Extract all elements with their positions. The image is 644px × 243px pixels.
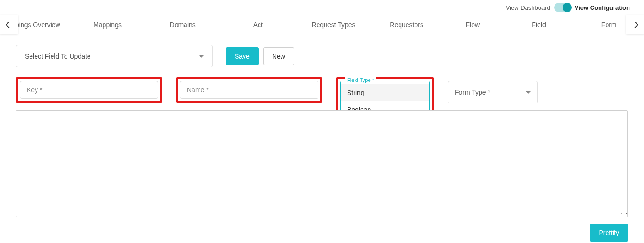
tab-label: Request Types xyxy=(311,21,355,29)
tab-label: pings Overview xyxy=(15,21,60,29)
tabs-scroll-right[interactable] xyxy=(626,15,644,34)
form-type-label: Form Type * xyxy=(455,88,490,96)
tab-label: Field xyxy=(532,21,546,29)
field-type-option-string[interactable]: String xyxy=(341,84,429,101)
key-field-highlight: Key * xyxy=(16,77,162,103)
tabs-scroll-left[interactable] xyxy=(0,15,18,34)
tab-request-types[interactable]: Request Types xyxy=(296,15,372,34)
save-button[interactable]: Save xyxy=(226,47,259,65)
tabs-list: pings Overview Mappings Domains Act Requ… xyxy=(0,15,644,34)
new-button-label: New xyxy=(272,52,285,60)
caret-down-icon xyxy=(526,91,531,94)
tab-label: Domains xyxy=(170,21,196,29)
select-field-label: Select Field To Update xyxy=(25,52,91,60)
new-button[interactable]: New xyxy=(263,47,294,65)
save-button-label: Save xyxy=(235,52,250,60)
code-textarea[interactable] xyxy=(16,110,628,217)
controls-row: Select Field To Update Save New xyxy=(16,45,294,67)
tab-requestors[interactable]: Requestors xyxy=(371,15,442,34)
chevron-right-icon xyxy=(632,21,638,28)
tab-act[interactable]: Act xyxy=(221,15,296,34)
prettify-button-label: Prettify xyxy=(599,229,619,236)
tab-label: Act xyxy=(253,21,263,29)
view-configuration-label: View Configuration xyxy=(575,4,630,11)
name-field-highlight: Name * xyxy=(176,77,322,103)
field-type-label: Field Type * xyxy=(345,77,376,83)
tab-label: Requestors xyxy=(390,21,423,29)
view-toggle[interactable] xyxy=(554,3,571,12)
chevron-left-icon xyxy=(6,21,12,28)
form-type-dropdown[interactable]: Form Type * xyxy=(448,81,538,103)
tab-label: Form xyxy=(601,21,617,29)
view-dashboard-label: View Dashboard xyxy=(506,4,550,11)
select-field-dropdown[interactable]: Select Field To Update xyxy=(16,45,213,67)
tabs-bar: pings Overview Mappings Domains Act Requ… xyxy=(0,15,644,34)
tab-field[interactable]: Field xyxy=(504,15,574,34)
prettify-wrap: Prettify xyxy=(590,224,628,242)
name-placeholder: Name * xyxy=(187,86,209,94)
key-input[interactable]: Key * xyxy=(20,81,158,99)
resize-grip-icon[interactable] xyxy=(621,210,626,216)
tab-label: Mappings xyxy=(93,21,122,29)
toggle-knob xyxy=(563,3,572,12)
tab-flow[interactable]: Flow xyxy=(442,15,504,34)
view-toggle-row: View Dashboard View Configuration xyxy=(506,3,630,12)
tab-mappings[interactable]: Mappings xyxy=(70,15,145,34)
key-placeholder: Key * xyxy=(27,86,42,94)
option-label: String xyxy=(347,89,364,96)
name-input[interactable]: Name * xyxy=(180,81,318,99)
tab-domains[interactable]: Domains xyxy=(145,15,221,34)
caret-down-icon xyxy=(199,55,204,58)
prettify-button[interactable]: Prettify xyxy=(590,224,628,242)
tab-label: Flow xyxy=(466,21,480,29)
